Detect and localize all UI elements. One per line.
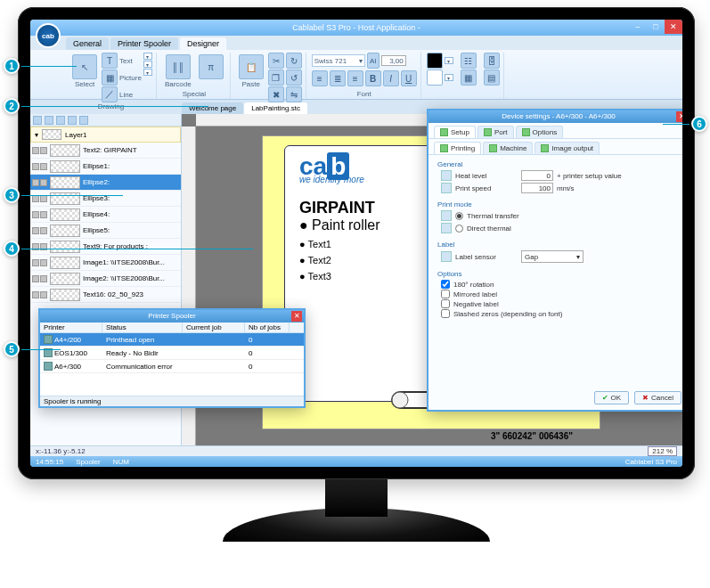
layer-header[interactable]: ▾ Layer1 [30, 127, 181, 143]
eye-icon[interactable] [32, 211, 39, 218]
layer-row[interactable]: Ellipse3: [30, 191, 181, 207]
ok-button[interactable]: ✔OK [594, 391, 630, 404]
thermal-transfer-radio[interactable] [455, 212, 463, 220]
doc-tab-file[interactable]: LabPainting.stc [244, 102, 307, 114]
align-left-icon[interactable]: ≡ [312, 70, 328, 86]
shape-line-dropdown[interactable]: ▾ [143, 69, 152, 76]
layer-row[interactable]: Text16: 02_50_923 [30, 287, 181, 303]
direct-thermal-radio[interactable] [455, 225, 463, 233]
align-right-icon[interactable]: ≡ [347, 70, 363, 86]
eye-icon[interactable] [32, 227, 39, 234]
negative-checkbox[interactable] [441, 299, 450, 308]
eye-icon[interactable] [32, 291, 39, 298]
layer-row[interactable]: Image2: \\ITSE2008\Bur... [30, 271, 181, 287]
layer-row[interactable]: Ellipse4: [30, 207, 181, 223]
lock-icon[interactable] [40, 227, 47, 234]
layer-row[interactable]: Ellipse2: [30, 175, 181, 191]
spooler-row[interactable]: A6+/300Communication error0 [40, 360, 304, 373]
lock-icon[interactable] [40, 291, 47, 298]
layer-up-icon[interactable] [68, 116, 77, 125]
spooler-row[interactable]: EOS1/300Ready - No Bidir0 [40, 347, 304, 360]
ds-subtab-printing[interactable]: Printing [434, 142, 481, 154]
layer-row[interactable]: Ellipse1: [30, 159, 181, 175]
ds-tab-options[interactable]: Options [516, 126, 564, 138]
ribbon-tab-printer-spooler[interactable]: Printer Spooler [110, 37, 178, 50]
database-icon[interactable]: 🗄 [484, 53, 500, 69]
layer-add-icon[interactable] [33, 116, 42, 125]
layer-down-icon[interactable] [79, 116, 88, 125]
layer-row[interactable]: Image1: \\ITSE2008\Bur... [30, 255, 181, 271]
layer-row[interactable]: Text2: GIRPAINT [30, 143, 181, 159]
spooler-row[interactable]: A4+/200Printhead open0 [40, 333, 304, 347]
grid-icon[interactable]: ▦ [461, 69, 477, 86]
eye-icon[interactable] [32, 163, 39, 170]
eye-icon[interactable] [32, 179, 39, 186]
lock-icon[interactable] [40, 163, 47, 170]
zoom-readout[interactable]: 212 % [648, 446, 677, 456]
layer-dup-icon[interactable] [56, 116, 65, 125]
eye-icon[interactable] [32, 147, 39, 154]
font-family-select[interactable]: Swiss 721▾ [312, 54, 365, 67]
col-nb-jobs[interactable]: Nb of jobs [245, 323, 290, 332]
flip-icon[interactable]: ⇋ [286, 86, 302, 102]
cut-icon[interactable]: ✂ [268, 53, 284, 69]
lock-icon[interactable] [40, 179, 47, 186]
table-icon[interactable]: ▤ [484, 69, 500, 86]
underline-icon[interactable]: U [401, 70, 417, 86]
ds-tab-setup[interactable]: Setup [434, 126, 476, 138]
picture-tool-button[interactable]: ▦ Picture [102, 69, 142, 86]
eye-icon[interactable] [32, 259, 39, 266]
barcode-button[interactable]: ║║ Barcode [162, 53, 194, 90]
rotate-ccw-icon[interactable]: ↺ [286, 69, 302, 86]
ds-tab-port[interactable]: Port [477, 126, 514, 138]
eye-icon[interactable] [32, 275, 39, 282]
italic-icon[interactable]: I [383, 70, 399, 86]
rotate-cw-icon[interactable]: ↻ [286, 53, 302, 69]
lock-icon[interactable] [40, 259, 47, 266]
ribbon-tab-designer[interactable]: Designer [180, 37, 226, 50]
layer-row[interactable]: Ellipse5: [30, 223, 181, 239]
paste-button[interactable]: 📋 Paste [236, 53, 266, 90]
font-size-input[interactable]: 3,00 [381, 55, 406, 66]
spooler-close-button[interactable]: ✕ [291, 311, 302, 322]
mirror-checkbox[interactable] [441, 290, 450, 298]
align-center-icon[interactable]: ≣ [330, 70, 346, 86]
heat-level-input[interactable]: 0 [521, 170, 553, 181]
device-settings-close-button[interactable]: ✕ [676, 111, 682, 122]
layer-del-icon[interactable] [45, 116, 53, 125]
copy-icon[interactable]: ❐ [268, 69, 284, 86]
ds-subtab-image-output[interactable]: Image output [535, 142, 600, 154]
doc-tab-welcome[interactable]: Welcome page [182, 102, 243, 114]
shape-ellipse-dropdown[interactable]: ▾ [143, 61, 152, 68]
layers-icon[interactable]: ☷ [461, 53, 477, 69]
bg-color-icon[interactable] [427, 69, 443, 86]
layer-row[interactable]: Text9: For products : [30, 239, 181, 255]
ribbon-tab-general[interactable]: General [66, 37, 109, 50]
ds-subtab-machine[interactable]: Machine [483, 142, 533, 154]
bold-icon[interactable]: B [365, 70, 381, 86]
callout-5: 5 [4, 341, 20, 357]
status-num: NUM [113, 458, 129, 466]
col-status[interactable]: Status [102, 323, 183, 332]
window-close-button[interactable]: ✕ [665, 20, 682, 34]
label-sensor-select[interactable]: Gap▾ [521, 250, 584, 263]
lock-icon[interactable] [40, 275, 47, 282]
shape-rect-dropdown[interactable]: ▾ [143, 53, 152, 60]
window-maximize-button[interactable]: □ [647, 20, 665, 34]
pi-button[interactable]: π [196, 53, 226, 81]
col-printer[interactable]: Printer [40, 323, 102, 332]
fg-color-icon[interactable] [427, 53, 443, 69]
col-current-job[interactable]: Current job [183, 323, 245, 332]
lock-icon[interactable] [40, 211, 47, 218]
rotation-checkbox[interactable] [441, 280, 450, 289]
window-minimize-button[interactable]: – [629, 20, 647, 34]
line-tool-button[interactable]: ／ Line [102, 86, 142, 102]
lock-icon[interactable] [40, 147, 47, 154]
select-tool-button[interactable]: ↖ Select [69, 53, 100, 90]
print-speed-input[interactable]: 100 [521, 183, 553, 193]
text-tool-button[interactable]: T Text [102, 53, 142, 69]
cancel-button[interactable]: ✖Cancel [634, 391, 681, 404]
delete-icon[interactable]: ✖ [268, 86, 284, 102]
slashed-zeros-checkbox[interactable] [441, 309, 450, 318]
app-icon[interactable]: cab [36, 23, 61, 48]
